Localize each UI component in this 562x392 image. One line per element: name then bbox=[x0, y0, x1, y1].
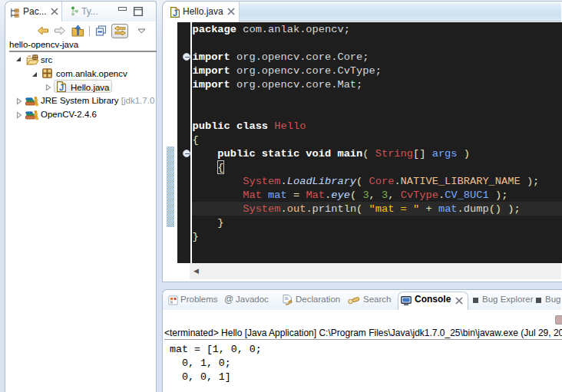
svg-text:J: J bbox=[59, 82, 64, 91]
svg-text:J: J bbox=[173, 8, 177, 18]
